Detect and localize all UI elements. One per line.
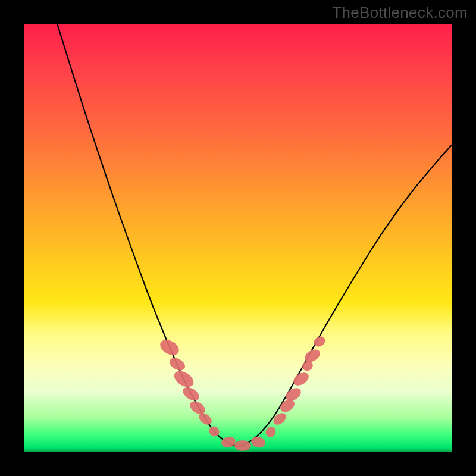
- curve-marker: [171, 368, 196, 390]
- curve-marker: [234, 440, 251, 451]
- curve-marker: [158, 337, 181, 358]
- curve-markers: [158, 334, 327, 451]
- curve-marker: [250, 435, 267, 449]
- curve-svg: [24, 24, 452, 452]
- watermark-text: TheBottleneck.com: [332, 4, 468, 22]
- bottleneck-curve: [54, 12, 452, 446]
- curve-marker: [271, 411, 289, 427]
- plot-area: [24, 24, 452, 452]
- curve-marker: [167, 355, 187, 373]
- curve-marker: [181, 384, 202, 403]
- curve-marker: [220, 435, 237, 449]
- chart-frame: TheBottleneck.com: [0, 0, 476, 476]
- curve-marker: [291, 370, 311, 388]
